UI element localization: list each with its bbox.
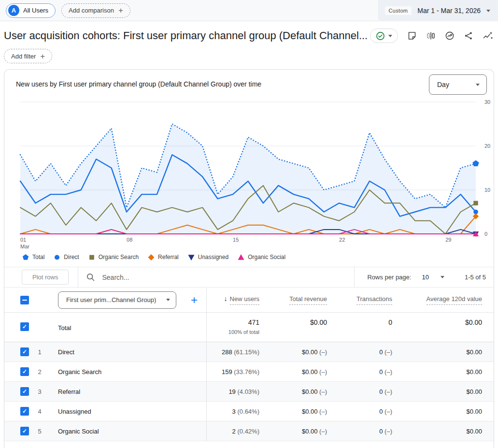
rows-per-page-label: Rows per page: <box>367 274 411 281</box>
plot-rows-button[interactable]: Plot rows <box>22 270 69 285</box>
legend-item: Total <box>22 253 44 261</box>
granularity-value: Day <box>437 81 449 88</box>
cell-total-revenue: $0.00 (–) <box>259 348 327 356</box>
chevron-down-icon <box>476 84 480 86</box>
add-filter-label: Add filter <box>11 53 36 60</box>
chevron-down-icon <box>486 10 490 12</box>
chevron-down-icon <box>441 276 444 278</box>
add-dimension-button[interactable]: + <box>191 294 198 306</box>
cell-total-revenue: $0.00 (–) <box>259 428 327 435</box>
row-checkbox[interactable]: ✓ <box>20 427 29 435</box>
column-header-new-users[interactable]: ↓New users <box>206 295 259 305</box>
column-header-total-revenue[interactable]: Total revenue <box>259 295 327 305</box>
row-checkbox[interactable]: ✓ <box>20 407 29 416</box>
svg-text:10: 10 <box>484 187 490 193</box>
row-rank: 2 <box>29 368 50 376</box>
svg-text:29: 29 <box>445 237 451 243</box>
search-input[interactable] <box>102 274 310 281</box>
cell-new-users: 3 (0.64%) <box>206 408 259 415</box>
cell-transactions: 0 (–) <box>327 428 392 435</box>
cell-total-revenue: $0.00 (–) <box>259 408 327 415</box>
chevron-down-icon <box>388 35 392 37</box>
cell-new-users: 2 (0.42%) <box>206 428 259 435</box>
legend-item: Referral <box>147 253 179 261</box>
totals-total-revenue: $0.00 <box>259 318 327 326</box>
row-channel: Direct <box>58 348 206 356</box>
cell-transactions: 0 (–) <box>327 408 392 415</box>
cell-transactions: 0 (–) <box>327 388 392 395</box>
legend-item: Direct <box>53 253 79 261</box>
add-comparison-label: Add comparison <box>69 7 114 14</box>
row-checkbox[interactable]: ✓ <box>20 367 29 376</box>
sort-descending-icon: ↓ <box>224 295 228 303</box>
cell-avg-120d-value: $0.00 <box>392 368 482 376</box>
all-users-chip[interactable]: A All Users <box>6 3 56 18</box>
cell-total-revenue: $0.00 (–) <box>259 388 327 395</box>
cell-avg-120d-value: $0.00 <box>392 408 482 415</box>
insights-icon[interactable] <box>445 31 455 41</box>
totals-transactions: 0 <box>327 318 392 326</box>
row-channel: Organic Social <box>58 428 206 435</box>
cell-avg-120d-value: $0.00 <box>392 428 482 435</box>
svg-text:08: 08 <box>127 237 132 243</box>
table-header-row: First user prim...Channel Group) + ↓New … <box>4 288 494 313</box>
explore-icon[interactable] <box>483 31 493 41</box>
add-comparison-button[interactable]: Add comparison + <box>61 3 130 18</box>
table-row[interactable]: ✓ 5 Organic Social 2 (0.42%) $0.00 (–) 0… <box>4 421 494 441</box>
column-divider <box>206 288 207 441</box>
dimension-select[interactable]: First user prim...Channel Group) <box>58 291 176 309</box>
table-row[interactable]: ✓ 1 Direct 288 (61.15%) $0.00 (–) 0 (–) … <box>4 342 494 362</box>
cell-new-users: 19 (4.03%) <box>206 388 259 395</box>
column-header-average-120d-value[interactable]: Average 120d value <box>392 295 482 305</box>
chevron-down-icon <box>166 299 170 301</box>
svg-text:20: 20 <box>484 143 490 149</box>
divider <box>354 267 355 287</box>
rows-per-page-select[interactable]: Rows per page: 10 <box>367 274 444 281</box>
divider <box>78 267 78 287</box>
chart-legend: TotalDirectOrganic SearchReferralUnassig… <box>4 251 494 267</box>
row-rank: 4 <box>29 408 50 415</box>
column-header-transactions[interactable]: Transactions <box>327 295 392 305</box>
legend-item: Unassigned <box>187 253 228 261</box>
comparison-bar: A All Users Add comparison + Custom Mar … <box>0 0 498 21</box>
row-checkbox[interactable]: ✓ <box>20 387 29 396</box>
plus-icon: + <box>40 52 45 60</box>
table-row[interactable]: ✓ 2 Organic Search 159 (33.76%) $0.00 (–… <box>4 362 494 382</box>
svg-text:15: 15 <box>233 237 239 243</box>
chart-title: New users by First user primary channel … <box>16 80 482 88</box>
svg-text:22: 22 <box>339 237 345 243</box>
check-circle-icon <box>376 31 385 41</box>
svg-text:Mar: Mar <box>20 244 29 249</box>
select-all-checkbox[interactable] <box>20 296 29 304</box>
report-header: User acquisition cohorts: First user pri… <box>4 29 493 43</box>
table-row[interactable]: ✓ 4 Unassigned 3 (0.64%) $0.00 (–) 0 (–)… <box>4 402 494 421</box>
date-range-value: Mar 1 - Mar 31, 2026 <box>417 7 481 14</box>
add-filter-button[interactable]: Add filter + <box>4 49 52 63</box>
totals-new-users: 471 100% of total <box>206 318 259 335</box>
legend-item: Organic Social <box>237 253 285 261</box>
svg-text:0: 0 <box>484 231 487 237</box>
row-rank: 3 <box>29 388 50 395</box>
data-quality-badge[interactable] <box>370 29 398 43</box>
date-range-picker[interactable]: Custom Mar 1 - Mar 31, 2026 <box>378 0 498 21</box>
table-row[interactable]: ✓ 3 Referral 19 (4.03%) $0.00 (–) 0 (–) … <box>4 382 494 402</box>
dimension-value: First user prim...Channel Group) <box>66 296 156 303</box>
row-rank: 1 <box>29 348 50 356</box>
row-checkbox[interactable]: ✓ <box>20 347 29 356</box>
search-icon <box>86 273 95 282</box>
date-range-mode: Custom <box>385 6 412 15</box>
cell-transactions: 0 (–) <box>327 348 392 356</box>
granularity-select[interactable]: Day <box>429 74 487 95</box>
timeseries-chart[interactable]: 010203001Mar08152229 <box>4 97 494 251</box>
rows-per-page-value: 10 <box>422 274 428 281</box>
avatar: A <box>8 5 19 16</box>
cell-transactions: 0 (–) <box>327 368 392 376</box>
note-icon[interactable] <box>407 31 417 41</box>
totals-avg-120d-value: $0.00 <box>392 318 482 326</box>
legend-item: Organic Search <box>88 253 139 261</box>
row-channel: Referral <box>58 388 206 395</box>
share-icon[interactable] <box>464 31 473 41</box>
totals-checkbox[interactable]: ✓ <box>20 322 29 331</box>
cell-new-users: 159 (33.76%) <box>206 368 259 376</box>
comparison-icon[interactable] <box>426 31 436 41</box>
